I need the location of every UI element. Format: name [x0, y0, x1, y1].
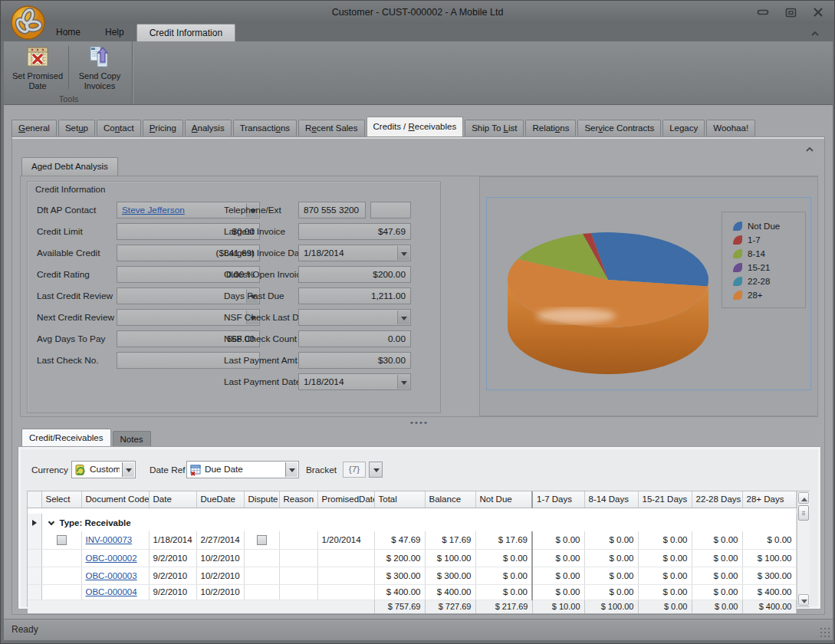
- dropdown-arrow-icon[interactable]: [397, 375, 409, 389]
- tab-recent-sales[interactable]: Recent Sales: [298, 120, 364, 136]
- tab-credits-receivables[interactable]: Credits / Receivables: [367, 117, 464, 136]
- field-oldest-open-invoices-input[interactable]: $200.00: [298, 266, 411, 283]
- field-label-largest-invoice-date: Largest Invoice Date: [224, 245, 307, 261]
- date-ref-dropdown-arrow[interactable]: [285, 462, 298, 477]
- field-last-payment-date-combo[interactable]: 1/18/2014: [298, 373, 411, 390]
- section-collapse-button[interactable]: [804, 143, 815, 157]
- grid-vertical-scrollbar[interactable]: [797, 491, 810, 606]
- ribbon-collapse-button[interactable]: [810, 28, 820, 41]
- cell-amount: $ 0.00: [584, 584, 638, 600]
- legend-marker: [733, 263, 742, 272]
- grid-header-15-21-days[interactable]: 15-21 Days: [638, 491, 692, 508]
- collapse-chevron-icon[interactable]: [48, 518, 54, 524]
- field-value-link[interactable]: Steve Jefferson: [122, 205, 185, 215]
- ribbon-button-set-promised-date[interactable]: Set PromisedDate: [8, 43, 67, 92]
- grid-header-document-code[interactable]: Document Code: [81, 491, 149, 508]
- grid-header-1-7-days[interactable]: 1-7 Days: [532, 491, 584, 508]
- tab-ship-to-list[interactable]: Ship To List: [465, 120, 524, 136]
- field-label-avg-days-to-pay: Avg Days To Pay: [37, 330, 105, 347]
- grid-header-balance[interactable]: Balance: [425, 491, 475, 508]
- tab-pricing[interactable]: Pricing: [143, 120, 183, 136]
- ribbon-tab-credit-information[interactable]: Credit Information: [136, 24, 235, 41]
- tab-relations[interactable]: Relations: [525, 120, 576, 136]
- dispute-checkbox[interactable]: [257, 535, 267, 545]
- tab-service-contracts[interactable]: Service Contracts: [577, 120, 661, 136]
- ribbon-button-send-copy-invoices[interactable]: Send CopyInvoices: [71, 43, 129, 92]
- tab-transactions[interactable]: Transactions: [233, 120, 297, 136]
- document-link[interactable]: OBC-000003: [86, 571, 137, 580]
- ribbon-group-label: Tools: [5, 94, 132, 104]
- grid-header-reason[interactable]: Reason: [279, 491, 317, 508]
- date-ref-combo[interactable]: Due Date: [186, 461, 299, 478]
- tab-credit-receivables[interactable]: Credit/Receivables: [21, 429, 111, 447]
- client-area: GeneralSetupContactPricingAnalysisTransa…: [4, 105, 833, 619]
- grid-header-select[interactable]: Select: [41, 491, 81, 508]
- grid-row-obc-000002[interactable]: OBC-0000029/2/201010/2/2010$ 200.00$ 100…: [28, 549, 796, 567]
- app-logo[interactable]: [10, 5, 46, 41]
- select-checkbox[interactable]: [57, 535, 67, 545]
- grid-header-dispute[interactable]: Dispute: [244, 491, 279, 508]
- tab-general[interactable]: General: [12, 120, 57, 136]
- currency-dropdown-arrow[interactable]: [122, 462, 134, 477]
- cell-reason: [279, 584, 317, 600]
- resize-grip[interactable]: [820, 627, 830, 638]
- ribbon-tab-help[interactable]: Help: [93, 24, 136, 41]
- scroll-up-button[interactable]: [798, 492, 809, 504]
- cell-amount: $ 0.00: [532, 549, 584, 567]
- document-link[interactable]: OBC-000004: [86, 587, 137, 596]
- grid-header-22-28-days[interactable]: 22-28 Days: [692, 491, 742, 508]
- currency-combo[interactable]: Customer: [71, 461, 136, 478]
- splitter-handle[interactable]: [12, 420, 824, 426]
- field-largest-invoice-date-combo[interactable]: 1/18/2014: [298, 245, 411, 261]
- tab-woohaa[interactable]: Woohaa!: [706, 120, 755, 136]
- grid-header-28-days[interactable]: 28+ Days: [742, 491, 796, 508]
- scroll-thumb[interactable]: [798, 505, 809, 521]
- grid-header-date[interactable]: Date: [149, 491, 196, 508]
- document-link[interactable]: INV-000073: [86, 535, 133, 544]
- ribbon-tab-home[interactable]: Home: [44, 24, 93, 41]
- tab-notes[interactable]: Notes: [113, 431, 151, 447]
- legend-item-1-7: 1-7: [733, 233, 805, 247]
- tab-legacy[interactable]: Legacy: [662, 120, 705, 136]
- tab-analysis[interactable]: Analysis: [185, 120, 232, 136]
- grid-header-promiseddate[interactable]: PromisedDate: [317, 491, 374, 508]
- chart-legend: Not Due1-78-1415-2122-2828+: [722, 212, 806, 308]
- cell-promised-date: [317, 584, 374, 600]
- ribbon: Set PromisedDateSend CopyInvoices Tools: [4, 41, 833, 105]
- bracket-dropdown-arrow[interactable]: [369, 462, 383, 478]
- tab-contact[interactable]: Contact: [97, 120, 141, 136]
- field-nsf-check-count-input[interactable]: 0.00: [298, 330, 411, 347]
- grid-header-duedate[interactable]: DueDate: [196, 491, 244, 508]
- field-days-past-due-input[interactable]: 1,211.00: [298, 288, 411, 304]
- titlebar[interactable]: Customer - CUST-000002 - A Mobile Ltd: [1, 1, 834, 24]
- legend-label: 1-7: [748, 235, 761, 245]
- grid-header-not-due[interactable]: Not Due: [475, 491, 532, 508]
- restore-button[interactable]: [782, 5, 799, 19]
- cell-amount: $ 0.00: [692, 584, 742, 600]
- summary-amount: $ 217.69: [475, 600, 532, 613]
- cell-date: 9/2/2010: [149, 567, 196, 584]
- field-last-payment-amt-input[interactable]: $30.00: [298, 352, 411, 369]
- tab-setup[interactable]: Setup: [58, 120, 95, 136]
- close-button[interactable]: [810, 5, 827, 19]
- grid-header-8-14-days[interactable]: 8-14 Days: [584, 491, 638, 508]
- field-telephone-ext-ext-input[interactable]: [370, 202, 411, 219]
- grid-row-obc-000003[interactable]: OBC-0000039/2/201010/2/2010$ 300.00$ 300…: [28, 567, 796, 584]
- scroll-down-button[interactable]: [798, 594, 809, 606]
- field-value: 1/18/2014: [304, 374, 393, 389]
- tab-aged-debt-analysis[interactable]: Aged Debt Analysis: [21, 157, 118, 176]
- group-row-cell[interactable]: Type: Receivable: [41, 514, 796, 531]
- dropdown-arrow-icon[interactable]: [397, 246, 409, 260]
- cell-amount: $ 0.00: [532, 531, 584, 549]
- dropdown-arrow-icon[interactable]: [397, 310, 409, 324]
- minimize-button[interactable]: [754, 5, 771, 19]
- document-link[interactable]: OBC-000002: [86, 554, 137, 563]
- grid-group-row[interactable]: Type: Receivable: [28, 514, 796, 531]
- grid-row-inv-000073[interactable]: INV-0000731/18/20142/27/20141/20/2014$ 4…: [28, 531, 796, 549]
- grid-header-total[interactable]: Total: [374, 491, 425, 508]
- cell-amount: $ 0.00: [475, 567, 532, 584]
- grid-row-obc-000004[interactable]: OBC-0000049/2/201010/2/2010$ 400.00$ 400…: [28, 584, 796, 600]
- field-telephone-ext-input[interactable]: 870 555 3200: [298, 202, 366, 219]
- field-nsf-check-last-date-combo[interactable]: [298, 309, 411, 326]
- field-largest-invoice-input[interactable]: $47.69: [298, 223, 411, 240]
